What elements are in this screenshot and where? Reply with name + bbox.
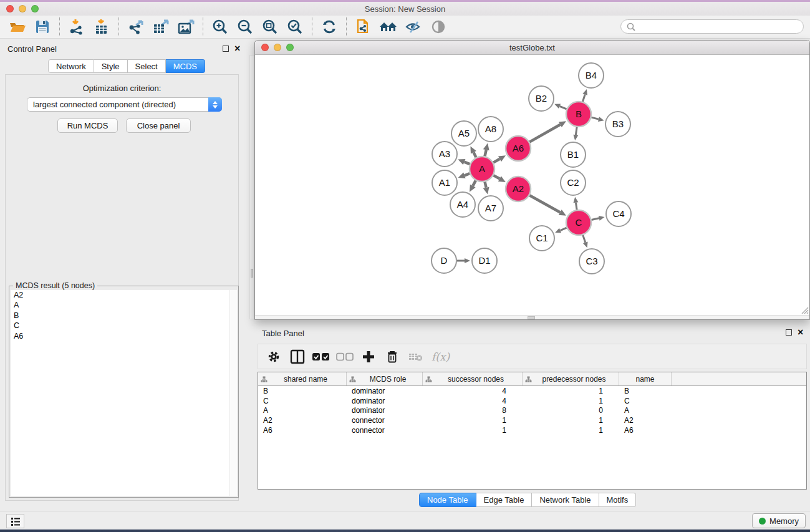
graph-edge-B-B3[interactable] [591,117,604,122]
network-window-titlebar[interactable]: testGlobe.txt [255,41,809,55]
result-item[interactable]: A [11,300,231,310]
graph-edge-D-D1[interactable] [457,258,470,263]
export-table-button[interactable] [148,17,173,37]
graph-edge-B-B2[interactable] [554,104,566,109]
result-scrollbar[interactable] [229,290,237,496]
task-history-button[interactable] [6,514,24,528]
create-column-button[interactable] [358,347,379,366]
network-document-button[interactable] [351,17,376,37]
result-item[interactable]: B [11,311,231,321]
graph-edge-A-A3[interactable] [458,159,470,165]
function-builder-button[interactable]: f(x) [432,351,450,363]
graph-node-D[interactable]: D [432,248,456,273]
table-row[interactable]: Cdominator41C [258,396,806,406]
graph-node-B1[interactable]: B1 [561,142,586,167]
column-header-shared-name[interactable]: shared name [258,372,347,385]
home-views-button[interactable] [376,17,401,37]
table-row[interactable]: Bdominator41B [258,386,806,396]
network-canvas[interactable]: B4B2BB3A8A5A6A3B1AA1C2A2A4A7C4CC1C3DD1 [255,55,809,315]
close-panel-icon[interactable]: × [234,46,240,52]
open-session-button[interactable] [5,17,30,37]
table-row[interactable]: A6connector11A6 [258,425,806,435]
graph-node-A5[interactable]: A5 [451,121,476,146]
export-image-button[interactable] [173,17,198,37]
tab-motifs[interactable]: Motifs [599,493,637,507]
graph-edge-C-C3[interactable] [583,235,588,248]
graph-node-A6[interactable]: A6 [506,136,531,161]
delete-table-button[interactable] [405,347,427,366]
table-row[interactable]: A2connector11A2 [258,415,806,425]
unselect-all-columns-button[interactable] [334,347,355,366]
zoom-in-button[interactable] [208,17,233,37]
tab-edge-table[interactable]: Edge Table [476,493,533,507]
tab-style[interactable]: Style [94,59,128,73]
tab-network-table[interactable]: Network Table [532,493,599,507]
graph-edge-A-A4[interactable] [470,180,476,191]
table-settings-button[interactable] [263,347,284,366]
result-item[interactable]: C [11,321,231,331]
graph-edge-A-A6[interactable] [493,155,506,162]
graph-edge-A-A7[interactable] [483,181,489,194]
close-table-panel-icon[interactable]: × [798,329,803,336]
resize-grip-icon[interactable] [801,306,809,314]
export-network-button[interactable] [123,17,148,37]
graph-node-C2[interactable]: C2 [561,170,586,195]
vertical-scroll-thumb[interactable] [251,269,253,278]
refresh-layout-button[interactable] [317,17,342,37]
zoom-selected-button[interactable] [282,17,307,37]
import-table-button[interactable] [89,17,114,37]
graph-node-D1[interactable]: D1 [472,248,497,273]
delete-column-button[interactable] [382,347,403,366]
graph-node-A8[interactable]: A8 [478,117,503,142]
tab-node-table[interactable]: Node Table [419,493,476,507]
column-header-successor-nodes[interactable]: successor nodes [423,372,523,385]
graph-node-B4[interactable]: B4 [579,63,604,88]
close-panel-button[interactable]: Close panel [126,118,191,133]
network-horizontal-scrollbar[interactable] [255,315,809,319]
memory-button[interactable]: Memory [752,513,806,528]
show-panel-button[interactable] [426,17,451,37]
save-session-button[interactable] [30,17,55,37]
graph-node-C4[interactable]: C4 [606,201,631,226]
tab-mcds[interactable]: MCDS [166,59,205,73]
graph-node-A[interactable]: A [470,157,494,181]
zoom-fit-button[interactable] [258,17,282,37]
graph-edge-A-A2[interactable] [493,175,505,182]
column-header-MCDS-role[interactable]: MCDS role [347,372,423,385]
result-item[interactable]: A6 [11,331,231,341]
graph-node-A2[interactable]: A2 [506,177,531,201]
network-vertical-scrollbar[interactable] [249,55,254,319]
float-panel-icon[interactable] [223,46,229,52]
run-mcds-button[interactable]: Run MCDS [57,118,118,133]
graph-edge-A2-C[interactable] [529,195,566,216]
mcds-result-list[interactable]: A2ABCA6 [11,290,231,496]
graph-edge-A-A1[interactable] [458,173,470,178]
tab-network[interactable]: Network [48,59,94,73]
hide-panel-button[interactable] [401,17,426,37]
float-table-panel-icon[interactable] [786,329,792,336]
graph-node-C1[interactable]: C1 [529,226,554,251]
graph-edge-B-B4[interactable] [582,89,587,102]
graph-node-B[interactable]: B [566,102,591,127]
graph-node-A4[interactable]: A4 [450,192,475,217]
graph-node-A1[interactable]: A1 [432,170,457,195]
column-header-predecessor-nodes[interactable]: predecessor nodes [523,372,619,385]
graph-node-C3[interactable]: C3 [579,249,604,274]
zoom-out-button[interactable] [233,17,258,37]
criterion-dropdown[interactable]: largest connected component (directed) [27,97,222,112]
show-columns-button[interactable] [287,347,308,366]
graph-edge-C-C1[interactable] [555,228,566,233]
graph-edge-A-A5[interactable] [470,146,476,157]
graph-node-A7[interactable]: A7 [478,196,503,221]
import-network-button[interactable] [64,17,89,37]
graph-edge-A-A8[interactable] [483,143,489,156]
horizontal-scroll-thumb[interactable] [528,316,535,319]
tab-select[interactable]: Select [128,59,166,73]
result-item[interactable]: A2 [11,290,231,300]
graph-node-B2[interactable]: B2 [529,86,554,111]
graph-edge-B-B1[interactable] [573,127,578,140]
graph-edge-A6-B[interactable] [529,121,566,142]
search-input[interactable] [636,21,803,32]
select-all-columns-button[interactable] [311,347,332,366]
graph-edge-C-C2[interactable] [573,197,578,210]
